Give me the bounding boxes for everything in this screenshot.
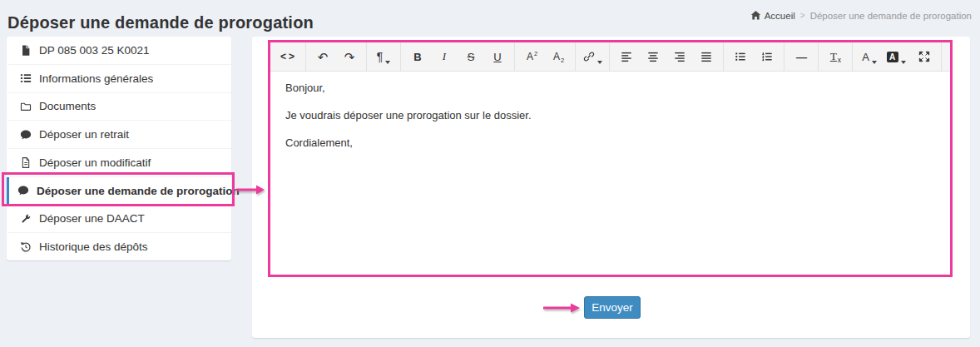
link-icon bbox=[583, 51, 595, 62]
sidebar-item-documents[interactable]: Documents bbox=[7, 93, 231, 121]
sidebar-item-informations-generales[interactable]: Informations générales bbox=[7, 65, 231, 93]
toolbar-separator bbox=[366, 42, 367, 71]
breadcrumb-current: Déposer une demande de prorogation bbox=[810, 11, 972, 21]
sidebar-item-label: Déposer une DAACT bbox=[39, 212, 145, 225]
toolbar-separator bbox=[784, 42, 784, 71]
clear-formatting-mark: x bbox=[838, 56, 841, 64]
fullscreen-button[interactable] bbox=[911, 42, 938, 71]
rich-text-editor: <> ↶ ↷ ¶ B I S U A 2 A 2 bbox=[268, 40, 953, 277]
link-button[interactable] bbox=[579, 42, 606, 71]
paragraph-style-button[interactable]: ¶ bbox=[370, 42, 397, 71]
breadcrumb-home-link[interactable]: Accueil bbox=[750, 10, 795, 21]
align-center-icon bbox=[647, 51, 659, 62]
underline-button[interactable]: U bbox=[484, 42, 511, 71]
send-button[interactable]: Envoyer bbox=[584, 296, 641, 319]
toolbar-separator bbox=[941, 42, 942, 71]
sidebar-item-label: Documents bbox=[39, 100, 96, 112]
horizontal-rule-button[interactable]: — bbox=[788, 42, 814, 71]
bold-button[interactable]: B bbox=[404, 42, 431, 71]
editor-content[interactable]: Bonjour, Je voudrais déposer une proroga… bbox=[270, 72, 950, 275]
editor-paragraph: Bonjour, bbox=[285, 81, 935, 97]
superscript-base: A bbox=[527, 51, 533, 62]
sidebar-item-deposer-prorogation[interactable]: Déposer une demande de prorogation bbox=[7, 177, 231, 206]
align-left-icon bbox=[621, 51, 632, 62]
list-icon bbox=[20, 72, 32, 84]
subscript-mark: 2 bbox=[561, 57, 564, 64]
toolbar-separator bbox=[400, 42, 401, 71]
align-right-button[interactable] bbox=[666, 42, 693, 71]
background-color-button[interactable]: A bbox=[883, 42, 909, 71]
breadcrumb-separator: > bbox=[800, 11, 805, 20]
align-left-button[interactable] bbox=[613, 42, 640, 71]
editor-paragraph: Cordialement, bbox=[285, 136, 935, 151]
background-color-letter: A bbox=[887, 52, 898, 62]
sidebar: DP 085 003 25 K0021 Informations général… bbox=[7, 37, 231, 260]
ordered-list-button[interactable] bbox=[754, 42, 780, 71]
sidebar-item-label: Déposer un retrait bbox=[39, 128, 129, 141]
redo-button[interactable]: ↷ bbox=[336, 42, 363, 71]
home-icon bbox=[750, 10, 761, 21]
toolbar-separator bbox=[818, 42, 819, 71]
breadcrumb: Accueil > Déposer une demande de proroga… bbox=[750, 10, 972, 21]
file-text-icon bbox=[20, 156, 32, 169]
chevron-down-icon bbox=[901, 61, 906, 64]
page-title: Déposer une demande de prorogation bbox=[7, 13, 314, 32]
clear-formatting-button[interactable]: T x bbox=[822, 42, 849, 71]
subscript-base: A bbox=[553, 51, 560, 62]
history-icon bbox=[20, 241, 32, 253]
unordered-list-button[interactable] bbox=[727, 42, 754, 71]
align-right-icon bbox=[674, 51, 686, 62]
ordered-list-icon bbox=[761, 51, 773, 62]
comment-icon bbox=[17, 185, 29, 196]
sidebar-item-label: Déposer une demande de prorogation bbox=[37, 185, 240, 197]
clear-formatting-base: T bbox=[830, 50, 837, 63]
strikethrough-button[interactable]: S bbox=[458, 42, 484, 71]
sidebar-item-deposer-daact[interactable]: Déposer une DAACT bbox=[7, 206, 231, 234]
comment-icon bbox=[20, 129, 32, 141]
chevron-down-icon bbox=[597, 61, 602, 64]
sidebar-item-deposer-modificatif[interactable]: Déposer un modificatif bbox=[7, 149, 231, 177]
chevron-down-icon bbox=[872, 61, 877, 64]
toolbar-separator bbox=[575, 42, 576, 71]
paragraph-glyph: ¶ bbox=[377, 50, 384, 63]
toolbar-separator bbox=[852, 42, 853, 71]
superscript-button[interactable]: A 2 bbox=[518, 42, 545, 71]
align-justify-icon bbox=[700, 51, 712, 62]
sidebar-item-label: DP 085 003 25 K0021 bbox=[39, 44, 150, 57]
editor-toolbar: <> ↶ ↷ ¶ B I S U A 2 A 2 bbox=[270, 42, 950, 72]
breadcrumb-home-label: Accueil bbox=[765, 11, 795, 21]
sidebar-item-label: Historique des dépôts bbox=[39, 240, 148, 253]
font-color-button[interactable]: A bbox=[856, 42, 883, 71]
undo-button[interactable]: ↶ bbox=[309, 42, 336, 71]
align-center-button[interactable] bbox=[640, 42, 666, 71]
toolbar-separator bbox=[305, 42, 306, 71]
toolbar-separator bbox=[514, 42, 515, 71]
toolbar-separator bbox=[609, 42, 610, 71]
subscript-button[interactable]: A 2 bbox=[545, 42, 572, 71]
sidebar-item-deposer-retrait[interactable]: Déposer un retrait bbox=[7, 121, 231, 149]
editor-paragraph: Je voudrais déposer une prorogation sur … bbox=[285, 108, 935, 124]
unordered-list-icon bbox=[735, 51, 746, 62]
file-icon bbox=[20, 44, 32, 57]
superscript-mark: 2 bbox=[534, 50, 537, 57]
wrench-icon bbox=[20, 213, 32, 225]
italic-button[interactable]: I bbox=[431, 42, 458, 71]
font-color-letter: A bbox=[862, 51, 869, 63]
sidebar-item-label: Déposer un modificatif bbox=[39, 156, 151, 169]
code-view-button[interactable]: <> bbox=[275, 42, 302, 71]
sidebar-item-dossier[interactable]: DP 085 003 25 K0021 bbox=[7, 37, 231, 65]
align-justify-button[interactable] bbox=[693, 42, 720, 71]
folder-icon bbox=[20, 101, 32, 112]
fullscreen-icon bbox=[918, 51, 930, 62]
sidebar-item-historique-depots[interactable]: Historique des dépôts bbox=[7, 233, 231, 260]
sidebar-item-label: Informations générales bbox=[39, 72, 153, 85]
chevron-down-icon bbox=[385, 61, 390, 64]
toolbar-separator bbox=[723, 42, 724, 71]
